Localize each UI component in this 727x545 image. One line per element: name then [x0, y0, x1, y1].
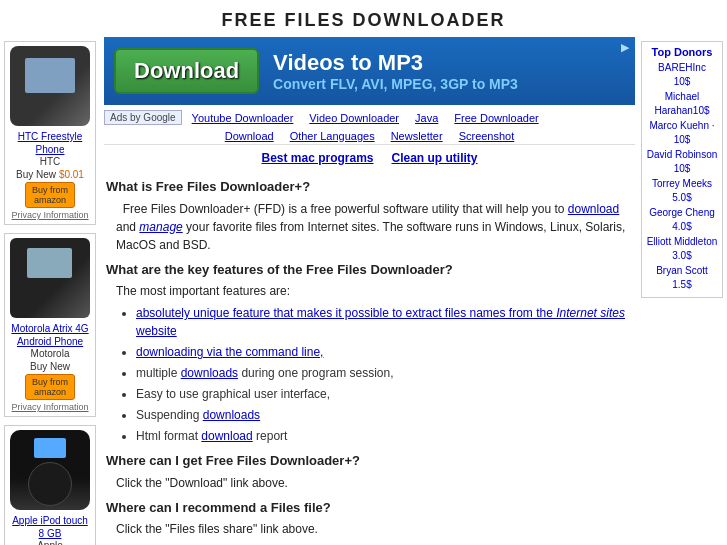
section1-title: What is Free Files Downloader+? [106, 177, 629, 197]
section1-para: Free Files Downloader+ (FFD) is a free p… [106, 200, 629, 254]
product-image-3 [10, 430, 90, 510]
donors-title: Top Donors [646, 46, 718, 58]
amazon-button-2[interactable]: Buy fromamazon [25, 374, 75, 400]
donor-4: Torrey Meeks 5.0$ [646, 177, 718, 205]
feature-item-0: absolutely unique feature that makes it … [136, 304, 629, 340]
ad-download-button[interactable]: Download [114, 48, 259, 94]
section2-title: What are the key features of the Free Fi… [106, 260, 629, 280]
amazon-button-1[interactable]: Buy fromamazon [25, 182, 75, 208]
ad-text: Videos to MP3 Convert FLV, AVI, MPEG, 3G… [273, 50, 518, 92]
feature-link-0[interactable]: absolutely unique feature that makes it … [136, 306, 625, 338]
product-name-2[interactable]: Motorola Atrix 4G Android Phone [9, 322, 91, 348]
donor-3: David Robinson 10$ [646, 148, 718, 176]
feature-item-1: downloading via the command line, [136, 343, 629, 361]
nav-video-downloader[interactable]: Video Downloader [309, 112, 399, 124]
product-brand-1: HTC [9, 156, 91, 167]
product-buy-2: Buy New [9, 361, 91, 372]
product-brand-3: Apple [9, 540, 91, 545]
nav-row-1: Ads by Google Youtube Downloader Video D… [104, 107, 635, 127]
content-area: What is Free Files Downloader+? Free Fil… [104, 169, 635, 538]
section2-intro: The most important features are: [106, 282, 629, 300]
manage-link-inline[interactable]: manage [139, 220, 182, 234]
ads-by-google[interactable]: Ads by Google [104, 110, 182, 125]
nav-youtube-downloader[interactable]: Youtube Downloader [192, 112, 294, 124]
feature-item-5: Html format download report [136, 427, 629, 445]
product-box-1: HTC Freestyle Phone HTC Buy New $0.01 Bu… [4, 41, 96, 225]
product-buy-1: Buy New $0.01 [9, 169, 91, 180]
nav-other-languages[interactable]: Other Languages [290, 130, 375, 142]
page-title: FREE FILES DOWNLOADER [0, 0, 727, 37]
nav-free-downloader[interactable]: Free Downloader [454, 112, 538, 124]
nav-java[interactable]: Java [415, 112, 438, 124]
feature-item-4: Suspending downloads [136, 406, 629, 424]
privacy-link-1[interactable]: Privacy Information [9, 210, 91, 220]
ad-banner: Download Videos to MP3 Convert FLV, AVI,… [104, 37, 635, 105]
product-box-2: Motorola Atrix 4G Android Phone Motorola… [4, 233, 96, 417]
donor-1: Michael Harahan10$ [646, 90, 718, 118]
feature-link-4[interactable]: downloads [203, 408, 260, 422]
right-sidebar: Top Donors BAREHInc10$ Michael Harahan10… [639, 37, 727, 545]
product-image-1 [10, 46, 90, 126]
product-price-1[interactable]: $0.01 [59, 169, 84, 180]
donor-0: BAREHInc10$ [646, 61, 718, 89]
best-row: Best mac programs Clean up utility [104, 145, 635, 169]
ad-text-main: Videos to MP3 [273, 50, 518, 76]
product-box-3: Apple iPod touch 8 GB Apple Buy New [4, 425, 96, 545]
nav-newsletter[interactable]: Newsletter [391, 130, 443, 142]
left-sidebar: HTC Freestyle Phone HTC Buy New $0.01 Bu… [0, 37, 100, 545]
best-mac-link[interactable]: Best mac programs [261, 151, 373, 165]
download-link-inline[interactable]: download [568, 202, 619, 216]
product-brand-2: Motorola [9, 348, 91, 359]
donor-2: Marco Kuehn · 10$ [646, 119, 718, 147]
section3-para: Click the "Download" link above. [106, 474, 629, 492]
donor-5: George Cheng 4.0$ [646, 206, 718, 234]
ad-text-sub: Convert FLV, AVI, MPEG, 3GP to MP3 [273, 76, 518, 92]
donors-box: Top Donors BAREHInc10$ Michael Harahan10… [641, 41, 723, 298]
main-content: Download Videos to MP3 Convert FLV, AVI,… [100, 37, 639, 545]
product-name-1[interactable]: HTC Freestyle Phone [9, 130, 91, 156]
feature-link-2[interactable]: downloads [181, 366, 238, 380]
product-image-2 [10, 238, 90, 318]
nav-row-2: Download Other Languages Newsletter Scre… [104, 127, 635, 145]
section4-para: Click the "Files files share" link above… [106, 520, 629, 538]
nav-download[interactable]: Download [225, 130, 274, 142]
feature-link-1[interactable]: downloading via the command line, [136, 345, 323, 359]
feature-item-2: multiple downloads during one program se… [136, 364, 629, 382]
feature-list: absolutely unique feature that makes it … [136, 304, 629, 445]
donor-6: Elliott Middleton 3.0$ [646, 235, 718, 263]
privacy-link-2[interactable]: Privacy Information [9, 402, 91, 412]
feature-item-3: Easy to use graphical user interface, [136, 385, 629, 403]
section4-title: Where can I recommend a Files file? [106, 498, 629, 518]
product-name-3[interactable]: Apple iPod touch 8 GB [9, 514, 91, 540]
donor-7: Bryan Scott 1.5$ [646, 264, 718, 292]
cleanup-utility-link[interactable]: Clean up utility [392, 151, 478, 165]
section3-title: Where can I get Free Files Downloader+? [106, 451, 629, 471]
nav-screenshot[interactable]: Screenshot [459, 130, 515, 142]
ad-corner-icon[interactable]: ▶ [621, 41, 629, 54]
feature-link-5[interactable]: download [201, 429, 252, 443]
